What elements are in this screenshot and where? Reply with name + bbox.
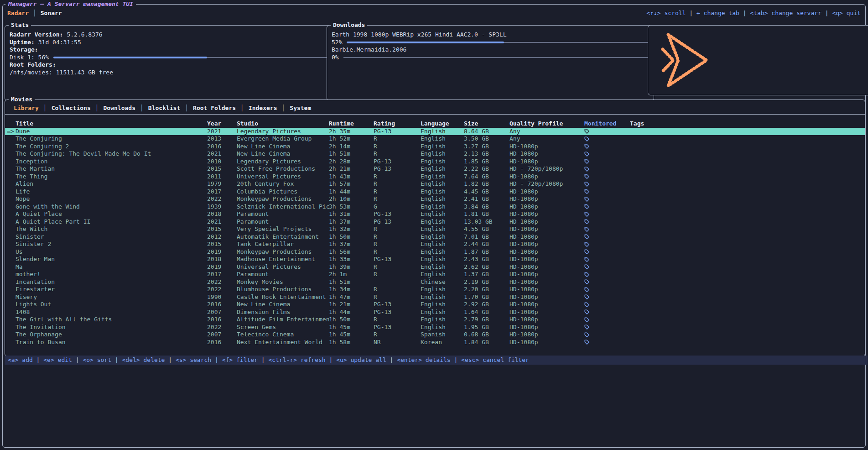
row-highlight-marker	[5, 263, 16, 271]
movie-row[interactable]: Lights Out2016New Line Cinema1h 21mPG-13…	[5, 301, 865, 309]
row-highlight-marker	[5, 339, 16, 346]
movie-row[interactable]: The Martian2015Scott Free Productions2h …	[5, 165, 865, 173]
movies-tab-system[interactable]: System	[290, 105, 311, 111]
column-header-quality: Quality Profile	[509, 120, 583, 128]
cell-language: English	[421, 180, 464, 188]
movie-row[interactable]: mother!2017Paramount2h 1mREnglish1.37 GB…	[5, 271, 865, 278]
cell-year: 2011	[207, 173, 237, 181]
movie-row[interactable]: The Invitation2022Screen Gems1h 45mPG-13…	[5, 324, 865, 331]
movie-row[interactable]: Firestarter2022Blumhouse Productions1h 3…	[5, 286, 865, 293]
keybind-hint: <ctrl-r> refresh	[268, 356, 325, 363]
tag-icon	[584, 279, 589, 284]
cell-title: The Witch	[16, 225, 207, 233]
cell-tags	[630, 210, 865, 218]
cell-runtime: 1h 33m	[329, 256, 374, 263]
cell-title: Train to Busan	[16, 339, 207, 346]
movie-row[interactable]: The Thing2011Universal Pictures1h 43mREn…	[5, 173, 865, 181]
movies-tab-collections[interactable]: Collections	[52, 105, 91, 111]
cell-title: 1408	[16, 309, 207, 316]
tab-radarr[interactable]: Radarr	[7, 10, 29, 16]
cell-quality: HD-1080p	[509, 271, 583, 278]
monitored-tag-icon	[583, 195, 630, 203]
column-header-rating: Rating	[374, 120, 421, 128]
tag-icon	[584, 287, 589, 292]
cell-rating: PG-13	[374, 128, 421, 136]
cell-quality: HD - 720p/1080p	[509, 180, 583, 188]
movie-row[interactable]: Ma2019Universal Pictures1h 39mREnglish2.…	[5, 263, 865, 271]
cell-tags	[630, 203, 865, 211]
cell-title: Slender Man	[16, 256, 207, 263]
version-label: Radarr Version:	[10, 31, 63, 39]
monitored-tag-icon	[583, 143, 630, 151]
tag-icon	[584, 212, 589, 217]
cell-language: English	[421, 286, 464, 293]
movie-row[interactable]: The Conjuring2013Evergreen Media Group1h…	[5, 135, 865, 143]
movie-row[interactable]: The Witch2015Very Special Projects1h 32m…	[5, 225, 865, 233]
disk-usage-gauge	[53, 54, 328, 62]
movie-row[interactable]: Life2017Columbia Pictures1h 44mREnglish4…	[5, 188, 865, 196]
movie-row[interactable]: Incantation2022Monkey Movies1h 51mChines…	[5, 278, 865, 286]
cell-studio: Castle Rock Entertainment	[237, 293, 329, 301]
movie-row[interactable]: Train to Busan2016Next Entertainment Wor…	[5, 339, 865, 346]
cell-runtime: 1h 45m	[329, 331, 374, 339]
cell-year: 2019	[207, 263, 237, 271]
cell-tags	[630, 135, 865, 143]
monitored-tag-icon	[583, 241, 630, 248]
movie-row[interactable]: Nope2022Monkeypaw Productions2h 10mREngl…	[5, 195, 865, 203]
movie-row[interactable]: A Quiet Place Part II2021Paramount1h 37m…	[5, 218, 865, 226]
cell-year: 2019	[207, 248, 237, 256]
row-highlight-marker	[5, 150, 16, 158]
keybind-hint: <q> quit	[832, 10, 861, 16]
disk-usage-label: Disk 1: 56%	[10, 54, 49, 62]
cell-year: 2013	[207, 135, 237, 143]
row-highlight-marker	[5, 203, 16, 211]
movies-tab-indexers[interactable]: Indexers	[249, 105, 277, 111]
cell-rating: R	[374, 195, 421, 203]
monitored-tag-icon	[583, 180, 630, 188]
cell-size: 3.27 GB	[464, 143, 509, 151]
row-highlight-marker	[5, 331, 16, 339]
cell-title: The Conjuring: The Devil Made Me Do It	[16, 150, 207, 158]
movie-row[interactable]: Slender Man2018Madhouse Entertainment1h …	[5, 256, 865, 263]
movies-tab-blocklist[interactable]: Blocklist	[148, 105, 180, 111]
cell-rating: PG-13	[374, 218, 421, 226]
movie-row[interactable]: Sinister 22015Tank Caterpillar1h 37mREng…	[5, 241, 865, 248]
movies-tab-downloads[interactable]: Downloads	[104, 105, 135, 111]
cell-year: 1979	[207, 180, 237, 188]
movie-row[interactable]: The Conjuring: The Devil Made Me Do It20…	[5, 150, 865, 158]
movies-tab-library[interactable]: Library	[14, 105, 39, 111]
movie-row[interactable]: Us2019Monkeypaw Productions1h 56mREnglis…	[5, 248, 865, 256]
cell-tags	[630, 301, 865, 309]
movie-row[interactable]: Gone with the Wind1939Selznick Internati…	[5, 203, 865, 211]
movie-row[interactable]: Misery1990Castle Rock Entertainment1h 47…	[5, 293, 865, 301]
cell-studio: New Line Cinema	[237, 301, 329, 309]
movie-row[interactable]: =>Dune2021Legendary Pictures2h 35mPG-13E…	[5, 128, 865, 136]
movie-row[interactable]: Sinister2012Automatik Entertainment1h 50…	[5, 233, 865, 241]
cell-quality: HD-1080p	[509, 293, 583, 301]
tab-separator: │	[281, 105, 285, 111]
cell-runtime: 1h 56m	[329, 248, 374, 256]
movie-row[interactable]: The Orphanage2007Telecinco Cinema1h 45mR…	[5, 331, 865, 339]
cell-quality: HD-1080p	[509, 203, 583, 211]
row-highlight-marker	[5, 316, 16, 324]
cell-title: Firestarter	[16, 286, 207, 293]
tab-sonarr[interactable]: Sonarr	[41, 10, 62, 16]
cell-rating: R	[374, 263, 421, 271]
movies-tab-root-folders[interactable]: Root Folders	[193, 105, 236, 111]
movie-row[interactable]: A Quiet Place2018Paramount1h 31mPG-13Eng…	[5, 210, 865, 218]
cell-rating: R	[374, 316, 421, 324]
movie-row[interactable]: Inception2010Legendary Pictures2h 28mPG-…	[5, 158, 865, 166]
cell-language: English	[421, 293, 464, 301]
keybind-hint: <f> filter	[222, 356, 258, 363]
cell-year: 2012	[207, 233, 237, 241]
keybind-hint: <s> search	[176, 356, 211, 363]
keybind-hint: <tab> change servarr	[750, 10, 821, 16]
cell-runtime: 1h 37m	[329, 241, 374, 248]
cell-rating: R	[374, 173, 421, 181]
movie-row[interactable]: 14082007Dimension Films1h 44mPG-13Englis…	[5, 309, 865, 316]
cell-quality: Any	[509, 135, 583, 143]
movie-row[interactable]: The Girl with All the Gifts2016Altitude …	[5, 316, 865, 324]
movie-row[interactable]: The Conjuring 22016New Line Cinema2h 14m…	[5, 143, 865, 151]
cell-size: 4.55 GB	[464, 225, 509, 233]
movie-row[interactable]: Alien197920th Century Fox1h 57mREnglish1…	[5, 180, 865, 188]
